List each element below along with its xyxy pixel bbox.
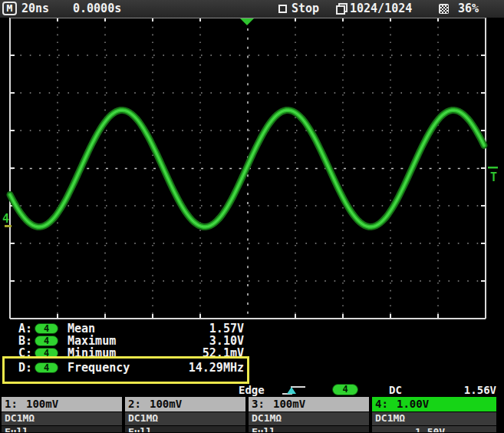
channel-1-extra-clipped: Full bbox=[2, 426, 122, 432]
channel-badge: 4 bbox=[35, 348, 58, 359]
channel-2-block: 2: 100mV DC1MΩ Full bbox=[125, 397, 245, 432]
oscilloscope-screen: 4 T M 20ns 0.0000s Stop 1024/1024 36% bbox=[0, 0, 504, 433]
measurement-row-b: B: 4 Maximum 3.10V bbox=[0, 335, 504, 347]
intensity-percent[interactable]: 36% bbox=[458, 0, 479, 18]
channel-badge: 4 bbox=[35, 335, 58, 346]
channel-3-extra-clipped: Full bbox=[249, 426, 369, 432]
channel-scale: 100mV bbox=[150, 397, 182, 412]
measurement-row-a: A: 4 Mean 1.57V bbox=[0, 322, 504, 335]
channel-1-coupling[interactable]: DC1MΩ bbox=[2, 412, 122, 425]
channel-4-scale-box[interactable]: 4: 1.00V bbox=[372, 397, 496, 412]
channel4-ground-marker: 4 bbox=[2, 212, 9, 226]
measurement-slot: B: bbox=[18, 335, 32, 347]
channel-number: 4: bbox=[375, 397, 388, 412]
acquisition-pages-icon bbox=[336, 3, 348, 15]
measurement-value: 14.29MHz bbox=[189, 362, 244, 374]
measurement-value: 3.10V bbox=[209, 335, 244, 347]
channel-number: 2: bbox=[128, 397, 141, 412]
measurement-slot: A: bbox=[18, 322, 32, 335]
measurement-slot: D: bbox=[18, 362, 32, 374]
channel4-ground-tick bbox=[5, 225, 12, 227]
channel-1-block: 1: 100mV DC1MΩ Full bbox=[2, 397, 122, 432]
waveform-display: 4 T bbox=[0, 0, 504, 320]
top-status-bar: M 20ns 0.0000s Stop 1024/1024 36% bbox=[0, 0, 504, 18]
measurement-name: Mean bbox=[68, 322, 95, 335]
record-count: 1024/1024 bbox=[350, 0, 412, 18]
channel-3-block: 3: 100mV DC1MΩ Full bbox=[249, 397, 369, 432]
channel-badge: 4 bbox=[35, 323, 58, 334]
horizontal-position-value[interactable]: 0.0000s bbox=[73, 0, 121, 18]
channel-3-scale-box[interactable]: 3: 100mV bbox=[249, 397, 369, 412]
channel-number: 3: bbox=[252, 397, 265, 412]
trigger-level-tick bbox=[488, 167, 498, 169]
channel-number: 1: bbox=[5, 397, 18, 412]
trigger-level-marker: T bbox=[490, 170, 497, 184]
measurement-value: 1.57V bbox=[209, 322, 244, 335]
acquisition-status[interactable]: Stop bbox=[292, 0, 319, 18]
measurement-row-d: D: 4 Frequency 14.29MHz bbox=[0, 362, 504, 374]
measurement-name: Maximum bbox=[68, 335, 116, 347]
rising-edge-icon bbox=[281, 384, 308, 396]
stop-square-icon bbox=[278, 5, 287, 13]
channel-1-scale-box[interactable]: 1: 100mV bbox=[2, 397, 122, 412]
measurement-name: Frequency bbox=[68, 362, 130, 374]
measurement-row-c: C: 4 Minimum 52.1mV bbox=[0, 347, 504, 359]
trigger-source-badge[interactable]: 4 bbox=[332, 384, 358, 395]
trigger-level-value[interactable]: 1.56V bbox=[464, 384, 496, 396]
channel-4-extra-clipped: 1.50V bbox=[372, 426, 496, 432]
channel-2-extra-clipped: Full bbox=[125, 426, 245, 432]
measurement-slot: C: bbox=[18, 347, 32, 359]
intensity-dither-icon bbox=[438, 3, 450, 15]
channel-scale: 100mV bbox=[273, 397, 305, 412]
trigger-status-row: Edge 4 DC 1.56V bbox=[0, 384, 504, 396]
channel-4-coupling[interactable]: DC1MΩ bbox=[372, 412, 496, 425]
channel-scale: 100mV bbox=[26, 397, 58, 412]
mode-badge[interactable]: M bbox=[2, 2, 17, 15]
trigger-type[interactable]: Edge bbox=[239, 384, 265, 396]
channel-scale: 1.00V bbox=[397, 397, 429, 412]
channel-2-scale-box[interactable]: 2: 100mV bbox=[125, 397, 245, 412]
timebase-value[interactable]: 20ns bbox=[21, 0, 49, 18]
trigger-position-icon bbox=[240, 18, 254, 25]
channel-badge: 4 bbox=[35, 362, 58, 373]
channel-3-coupling[interactable]: DC1MΩ bbox=[249, 412, 369, 425]
measurement-value: 52.1mV bbox=[203, 347, 244, 359]
channel-2-coupling[interactable]: DC1MΩ bbox=[125, 412, 245, 425]
channel-4-block: 4: 1.00V DC1MΩ 1.50V bbox=[372, 397, 496, 432]
trigger-coupling[interactable]: DC bbox=[389, 384, 402, 396]
measurement-name: Minimum bbox=[68, 347, 116, 359]
